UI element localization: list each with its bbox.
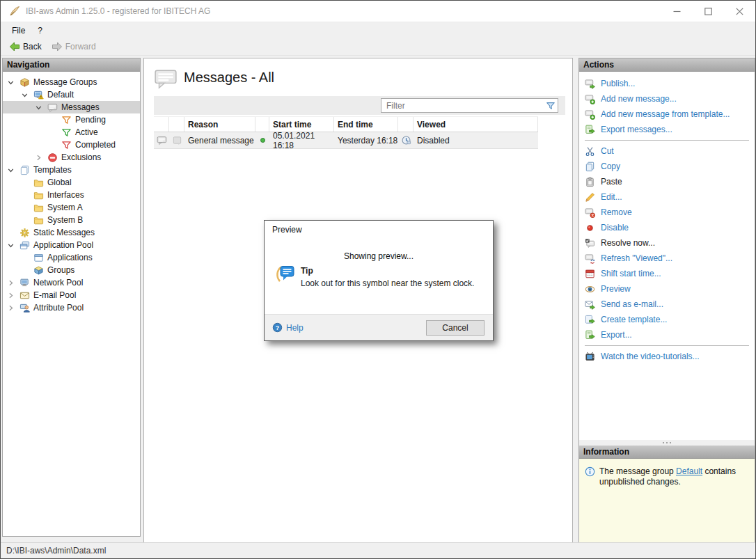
tree-item-templates[interactable]: Templates — [3, 164, 140, 176]
maximize-icon — [704, 8, 712, 15]
filter-input[interactable] — [381, 101, 544, 111]
menu-help[interactable]: ? — [31, 24, 49, 37]
tree-label: Messages — [61, 102, 100, 112]
chevron-right-icon[interactable] — [34, 153, 43, 162]
actions-header: Actions — [579, 58, 755, 72]
table-row[interactable]: General message 05.01.2021 16:18 Yesterd… — [154, 132, 538, 149]
action-add-message-from-template[interactable]: Add new message from template... — [579, 107, 755, 122]
info-icon — [585, 466, 595, 477]
action-create-template[interactable]: Create template... — [579, 312, 755, 327]
tree-item-interfaces[interactable]: Interfaces — [3, 189, 140, 201]
action-publish[interactable]: Publish... — [579, 76, 755, 91]
close-button[interactable] — [724, 1, 755, 22]
tree-item-pending[interactable]: Pending — [3, 113, 140, 126]
tree-label: Completed — [75, 140, 116, 150]
action-preview[interactable]: Preview — [579, 281, 755, 297]
tree-item-network-pool[interactable]: Network Pool — [3, 276, 140, 289]
chevron-right-icon[interactable] — [6, 291, 15, 300]
tv-icon — [585, 352, 595, 362]
tree-label: Applications — [47, 253, 93, 262]
tree-item-system-a[interactable]: System A — [3, 201, 140, 214]
action-export[interactable]: Export... — [579, 327, 755, 343]
action-add-new-message[interactable]: Add new message... — [579, 91, 755, 107]
tree-item-static-messages[interactable]: Static Messages — [3, 226, 140, 239]
folder-icon — [33, 190, 44, 200]
action-label: Refresh "Viewed"... — [601, 253, 672, 263]
cell-start-time: 05.01.2021 16:18 — [269, 132, 334, 148]
chevron-down-icon[interactable] — [34, 103, 43, 112]
help-link[interactable]: Help — [272, 322, 304, 333]
tree-item-exclusions[interactable]: Exclusions — [3, 151, 140, 164]
tree-label: Exclusions — [61, 152, 101, 162]
tree-item-global[interactable]: Global — [3, 176, 140, 189]
tree-label: Static Messages — [33, 228, 95, 237]
chevron-down-icon[interactable] — [6, 241, 15, 250]
cancel-button[interactable]: Cancel — [426, 320, 485, 336]
chevron-down-icon[interactable] — [6, 166, 15, 175]
panel-splitter[interactable] — [579, 440, 755, 446]
action-shift-start-time[interactable]: Shift start time... — [579, 266, 755, 281]
chevron-right-icon[interactable] — [6, 278, 15, 288]
app-window: IBI-aws Admin 1.25.0 - registered for IB… — [0, 0, 756, 559]
col-reason[interactable]: Reason — [184, 117, 255, 132]
toolbar: Back Forward — [1, 38, 755, 56]
tree-item-active[interactable]: Active — [3, 126, 140, 139]
export-doc-icon — [585, 330, 595, 340]
action-send-as-email[interactable]: Send as e-mail... — [579, 297, 755, 312]
tree-item-default[interactable]: Default — [3, 88, 140, 101]
red-dot-icon — [585, 223, 595, 233]
action-label: Add new message from template... — [601, 109, 730, 119]
tree-item-messages[interactable]: Messages — [3, 101, 140, 113]
action-paste[interactable]: Paste — [579, 174, 755, 189]
tree-item-application-pool[interactable]: Application Pool — [3, 239, 140, 251]
chevron-right-icon[interactable] — [6, 304, 15, 313]
tree-item-message-groups[interactable]: Message Groups — [3, 76, 140, 88]
col-message-icon[interactable] — [154, 117, 169, 132]
copy-icon — [585, 162, 595, 172]
expander-spacer — [20, 266, 29, 275]
maximize-button[interactable] — [693, 1, 724, 22]
back-button[interactable]: Back — [4, 40, 47, 54]
tree-item-attribute-pool[interactable]: Attribute Pool — [3, 301, 140, 314]
default-group-link[interactable]: Default — [676, 466, 702, 476]
tree-item-email-pool[interactable]: E-mail Pool — [3, 289, 140, 301]
chevron-down-icon[interactable] — [6, 78, 15, 87]
actions-list: Publish... Add new message... Add new me… — [579, 72, 755, 364]
action-edit[interactable]: Edit... — [579, 189, 755, 205]
tree-item-completed[interactable]: Completed — [3, 139, 140, 151]
expander-spacer — [48, 141, 57, 150]
preview-dialog: Preview Showing preview... Tip Look out … — [264, 220, 494, 341]
forward-label: Forward — [65, 42, 96, 52]
tree-label: Message Groups — [33, 77, 97, 87]
action-refresh-viewed[interactable]: Refresh "Viewed"... — [579, 251, 755, 266]
status-dot-icon — [260, 138, 265, 143]
col-end-time[interactable]: End time — [334, 117, 398, 132]
tree-label: Attribute Pool — [33, 303, 84, 313]
tree-item-groups[interactable]: Groups — [3, 264, 140, 276]
action-label: Watch the video-tutorials... — [601, 352, 700, 361]
forward-button[interactable]: Forward — [47, 40, 101, 54]
col-status[interactable] — [255, 117, 269, 132]
tree-item-applications[interactable]: Applications — [3, 251, 140, 264]
col-viewed[interactable]: Viewed — [414, 117, 538, 132]
gear-icon — [19, 228, 30, 238]
action-copy[interactable]: Copy — [579, 159, 755, 174]
col-viewed-icon[interactable] — [398, 117, 414, 132]
chevron-down-icon[interactable] — [20, 90, 29, 100]
action-watch-video-tutorials[interactable]: Watch the video-tutorials... — [579, 349, 755, 364]
action-disable[interactable]: Disable — [579, 220, 755, 235]
filter-funnel-button[interactable] — [544, 99, 558, 112]
minimize-button[interactable] — [661, 1, 693, 22]
menu-file[interactable]: File — [6, 24, 31, 37]
action-label: Edit... — [601, 192, 622, 202]
col-type-icon[interactable] — [169, 117, 184, 132]
envelope-send-icon — [585, 299, 595, 310]
tree-item-system-b[interactable]: System B — [3, 214, 140, 226]
action-cut[interactable]: Cut — [579, 143, 755, 159]
action-export-messages[interactable]: Export messages... — [579, 122, 755, 137]
action-resolve-now[interactable]: Resolve now... — [579, 235, 755, 251]
tree-label: Pending — [75, 115, 106, 125]
action-remove[interactable]: Remove — [579, 205, 755, 220]
col-start-time[interactable]: Start time — [269, 117, 334, 132]
navigation-panel: Navigation Message Groups Default Messag… — [2, 58, 141, 537]
